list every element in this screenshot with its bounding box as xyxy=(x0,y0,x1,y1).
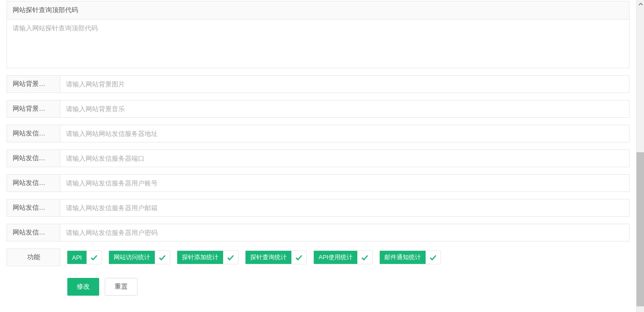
mail-email-input[interactable] xyxy=(60,199,629,216)
mail-email-label: 网站发信… xyxy=(7,199,60,217)
mail-password-label: 网站发信… xyxy=(7,224,60,241)
toggle-api-label: API xyxy=(67,251,87,264)
mail-port-label: 网站发信… xyxy=(7,149,60,167)
section-header-probe-top-code: 网站探针查询顶部代码 xyxy=(7,1,630,20)
mail-port-input[interactable] xyxy=(60,150,629,167)
bg-image-label: 网站背景… xyxy=(7,75,60,93)
checkmark-icon xyxy=(291,251,306,264)
toggle-mail-notify-stats-label: 邮件通知统计 xyxy=(380,251,426,264)
scrollbar-vertical[interactable] xyxy=(636,0,644,312)
toggle-visit-stats[interactable]: 网站访问统计 xyxy=(109,250,170,264)
checkmark-icon xyxy=(223,251,238,264)
toggle-probe-query-stats[interactable]: 探针查询统计 xyxy=(245,250,307,264)
mail-server-label: 网站发信… xyxy=(7,125,60,142)
toggle-mail-notify-stats[interactable]: 邮件通知统计 xyxy=(379,250,441,264)
checkmark-icon xyxy=(155,251,170,264)
mail-server-input[interactable] xyxy=(60,125,629,142)
checkmark-icon xyxy=(87,251,101,264)
toggle-visit-stats-label: 网站访问统计 xyxy=(109,251,155,264)
reset-button[interactable]: 重置 xyxy=(105,278,137,296)
submit-button[interactable]: 修改 xyxy=(67,278,99,296)
checkmark-icon xyxy=(357,251,372,264)
features-label: 功能 xyxy=(7,248,60,266)
bg-music-input[interactable] xyxy=(60,100,629,117)
bg-image-input[interactable] xyxy=(60,76,629,92)
toggle-api[interactable]: API xyxy=(67,250,102,264)
mail-password-input[interactable] xyxy=(60,224,629,241)
toggle-api-usage-stats-label: API使用统计 xyxy=(314,251,357,264)
bg-music-label: 网站背景… xyxy=(7,100,60,118)
probe-top-code-textarea[interactable] xyxy=(7,20,629,66)
scrollbar-up-icon[interactable] xyxy=(637,0,644,8)
mail-account-label: 网站发信… xyxy=(7,174,60,192)
toggle-probe-query-stats-label: 探针查询统计 xyxy=(246,251,291,264)
toggle-probe-add-stats[interactable]: 探针添加统计 xyxy=(177,250,239,264)
toggle-api-usage-stats[interactable]: API使用统计 xyxy=(313,250,373,264)
mail-account-input[interactable] xyxy=(60,175,629,191)
toggle-probe-add-stats-label: 探针添加统计 xyxy=(177,251,223,264)
scrollbar-thumb[interactable] xyxy=(637,152,644,306)
checkmark-icon xyxy=(426,251,441,264)
